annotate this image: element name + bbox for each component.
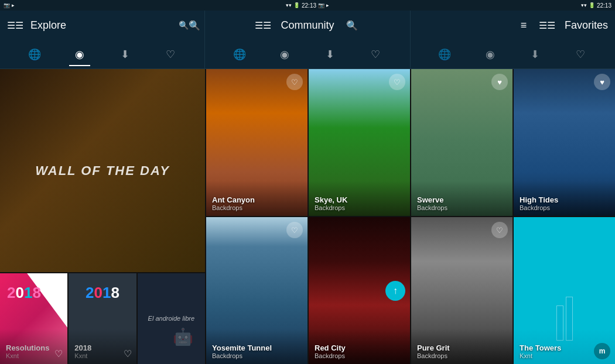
favorites-menu-icon[interactable]: ☰ — [539, 17, 555, 33]
tab-globe-favorites[interactable]: 🌐 — [434, 43, 455, 66]
puregrit-heart[interactable]: ♡ — [491, 222, 508, 238]
status-icons-right: ▾▾ 🔋 — [581, 2, 595, 8]
yosemite-heart[interactable]: ♡ — [286, 222, 303, 238]
nav-bars: ☰ Explore 🔍 ☰ Community 🔍 ≡ ☰ Favorites — [0, 11, 615, 40]
tab-compass-explore[interactable]: ◉ — [69, 43, 90, 66]
hightides-card[interactable]: High Tides Backdrops ♥ — [514, 69, 615, 216]
androidlibre-card[interactable]: El androide libre 🤖 — [138, 273, 205, 364]
puregrit-sublabel: Backdrops — [417, 352, 507, 359]
year2018-badge: 2018 — [86, 284, 119, 302]
hightides-heart[interactable]: ♥ — [594, 74, 610, 90]
resolutions-heart[interactable]: ♡ — [54, 348, 63, 359]
time-right: 22:13 — [597, 2, 611, 9]
hightides-label: High Tides — [520, 195, 609, 204]
redcity-label: Red City — [315, 344, 404, 352]
redcity-card[interactable]: Red City Backdrops ↑ — [309, 217, 410, 364]
favorites-tabs: 🌐 ◉ ⬇ ♡ — [411, 40, 615, 68]
upload-icon: ↑ — [393, 286, 398, 296]
yosemite-card[interactable]: Yosemite Tunnel Backdrops ♡ — [206, 217, 308, 364]
wall-of-day-text: WALL OF THE DAY — [35, 163, 170, 178]
col-2: Skye, UK Backdrops ♡ Red City Backdrops … — [309, 69, 410, 364]
favorites-title: Favorites — [565, 19, 608, 32]
community-tabs: 🌐 ◉ ⬇ ♡ — [205, 40, 409, 68]
status-bars: 📷 ▸ ▾▾ 🔋 22:13 📷 ▸ ▾▾ 🔋 22:13 — [0, 0, 615, 11]
resolutions-card[interactable]: 2018 Resolutions Kxnt ♡ — [0, 273, 67, 364]
yosemite-label: Yosemite Tunnel — [212, 344, 302, 352]
tab-heart-explore[interactable]: ♡ — [160, 43, 181, 66]
swerve-card[interactable]: Swerve Backdrops ♥ — [411, 69, 512, 216]
redcity-upload[interactable]: ↑ — [385, 281, 405, 301]
time-center: 22:13 — [302, 2, 316, 9]
androidlibre-text: El androide libre — [148, 314, 195, 321]
tab-download-explore[interactable]: ⬇ — [114, 43, 135, 66]
tab-download-community[interactable]: ⬇ — [320, 43, 341, 66]
explore-search-icon[interactable]: 🔍 — [181, 17, 197, 33]
antcanyon-sublabel: Backdrops — [212, 204, 302, 211]
tab-compass-favorites[interactable]: ◉ — [480, 43, 501, 66]
status-right: ▾▾ 🔋 22:13 — [410, 0, 615, 11]
favorites-nav: ≡ ☰ Favorites — [411, 11, 615, 40]
community-nav: ☰ Community 🔍 — [204, 11, 410, 40]
tab-heart-favorites[interactable]: ♡ — [570, 43, 591, 66]
hightides-sublabel: Backdrops — [520, 204, 609, 211]
androidlibre-robot: 🤖 — [173, 327, 193, 346]
resolutions-year-badge: 2018 — [7, 284, 41, 302]
puregrit-label: Pure Grit — [417, 344, 507, 352]
towers-label: The Towers — [520, 344, 609, 352]
tab-bars: 🌐 ◉ ⬇ ♡ 🌐 ◉ ⬇ ♡ 🌐 ◉ ⬇ ♡ — [0, 40, 615, 69]
col-3: Swerve Backdrops ♥ Pure Grit Backdrops ♡ — [411, 69, 512, 364]
community-title: Community — [281, 19, 334, 32]
tab-globe-explore[interactable]: 🌐 — [24, 43, 45, 66]
tab-compass-community[interactable]: ◉ — [274, 43, 295, 66]
explore-tabs: 🌐 ◉ ⬇ ♡ — [0, 40, 204, 68]
tab-download-favorites[interactable]: ⬇ — [525, 43, 546, 66]
ant-canyon-card[interactable]: Ant Canyon Backdrops ♡ — [206, 69, 308, 216]
status-left: 📷 ▸ — [0, 0, 205, 11]
towers-sublabel: Kxnt — [520, 352, 609, 359]
puregrit-card[interactable]: Pure Grit Backdrops ♡ — [411, 217, 512, 364]
bottom-left-row: 2018 Resolutions Kxnt ♡ 2018 2018 Kxnt ♡ — [0, 273, 205, 364]
status-center: ▾▾ 🔋 22:13 📷 ▸ — [205, 0, 410, 11]
year2018-card[interactable]: 2018 2018 Kxnt ♡ — [69, 273, 136, 364]
explore-nav: ☰ Explore 🔍 — [0, 11, 204, 40]
swerve-heart[interactable]: ♥ — [491, 74, 508, 90]
col-1: Ant Canyon Backdrops ♡ Yosemite Tunnel B… — [206, 69, 308, 364]
skye-card[interactable]: Skye, UK Backdrops ♡ — [309, 69, 410, 216]
yosemite-sublabel: Backdrops — [212, 352, 302, 359]
year2018-heart[interactable]: ♡ — [124, 348, 132, 359]
tab-heart-community[interactable]: ♡ — [365, 43, 386, 66]
community-search-icon[interactable]: 🔍 — [344, 17, 360, 33]
wall-of-day-card[interactable]: WALL OF THE DAY — [0, 69, 205, 272]
redcity-sublabel: Backdrops — [315, 352, 404, 359]
content-area: WALL OF THE DAY 2018 Resolutions Kxnt ♡ … — [0, 69, 615, 364]
left-panel: WALL OF THE DAY 2018 Resolutions Kxnt ♡ … — [0, 69, 205, 364]
status-icons-center: ▾▾ 🔋 — [286, 2, 300, 8]
col-4: High Tides Backdrops ♥ The Towers Kxnt m — [514, 69, 615, 364]
towers-card[interactable]: The Towers Kxnt m — [514, 217, 615, 364]
antcanyon-heart[interactable]: ♡ — [286, 74, 303, 90]
antcanyon-label: Ant Canyon — [212, 195, 302, 204]
explore-menu-icon[interactable]: ☰ — [7, 17, 23, 33]
explore-title: Explore — [30, 19, 174, 32]
swerve-label: Swerve — [417, 195, 507, 204]
favorites-filter-icon[interactable]: ≡ — [515, 17, 532, 33]
right-panel: Ant Canyon Backdrops ♡ Yosemite Tunnel B… — [206, 69, 615, 364]
community-menu-icon[interactable]: ☰ — [255, 17, 271, 33]
swerve-sublabel: Backdrops — [417, 204, 507, 211]
skye-sublabel: Backdrops — [315, 204, 404, 211]
tab-globe-community[interactable]: 🌐 — [229, 43, 250, 66]
status-icons-center2: 📷 ▸ — [318, 2, 329, 8]
skye-label: Skye, UK — [315, 195, 404, 204]
status-icons-left: 📷 ▸ — [4, 2, 15, 8]
skye-heart[interactable]: ♡ — [389, 74, 405, 90]
